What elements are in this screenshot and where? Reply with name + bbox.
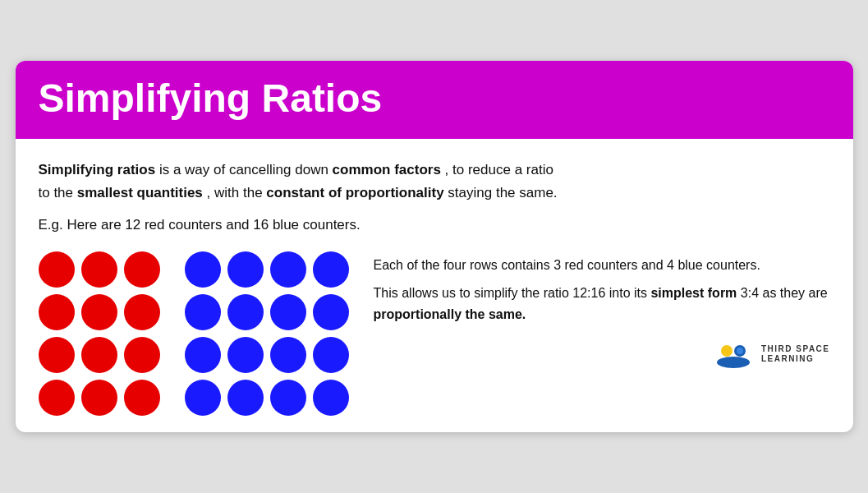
red-dot xyxy=(124,294,160,330)
blue-dot xyxy=(270,294,306,330)
blue-dot xyxy=(185,380,221,416)
red-dot xyxy=(39,380,75,416)
card-header: Simplifying Ratios xyxy=(16,61,853,139)
svg-point-3 xyxy=(723,348,730,354)
simplest-form-bold: simplest form xyxy=(650,286,737,300)
red-dot xyxy=(124,251,160,288)
logo-line2: LEARNING xyxy=(761,354,830,364)
red-dot xyxy=(81,251,117,288)
red-row-4 xyxy=(39,380,160,416)
blue-row-3 xyxy=(185,337,349,373)
svg-point-0 xyxy=(717,357,750,368)
red-dot xyxy=(81,337,117,373)
blue-dot xyxy=(185,251,221,288)
blue-dot xyxy=(313,251,349,288)
blue-counter-grid xyxy=(185,251,349,416)
blue-dot xyxy=(270,380,306,416)
explanation-p1: Each of the four rows contains 3 red cou… xyxy=(374,255,830,276)
content-row: Each of the four rows contains 3 red cou… xyxy=(39,251,830,416)
explanation-section: Each of the four rows contains 3 red cou… xyxy=(374,251,830,369)
blue-dot xyxy=(185,337,221,373)
red-row-2 xyxy=(39,294,160,330)
blue-dot xyxy=(227,251,264,288)
intro-bold-smallest: smallest quantities xyxy=(77,185,203,200)
red-row-3 xyxy=(39,337,160,373)
intro-bold-constant: constant of proportionality xyxy=(266,185,443,200)
counters-section xyxy=(39,251,349,416)
svg-point-4 xyxy=(737,348,743,354)
red-dot xyxy=(81,380,117,416)
blue-dot xyxy=(227,294,264,330)
intro-bold-common-factors: common factors xyxy=(333,162,441,177)
logo-area: THIRD SPACE LEARNING xyxy=(374,339,830,369)
third-space-logo-icon xyxy=(714,339,753,369)
red-dot xyxy=(124,380,160,416)
page-title: Simplifying Ratios xyxy=(39,76,830,121)
logo-line1: THIRD SPACE xyxy=(761,344,830,354)
blue-dot xyxy=(270,251,306,288)
red-row-1 xyxy=(39,251,160,288)
explanation-p2: This allows us to simplify the ratio 12:… xyxy=(374,283,830,326)
intro-text-3: , with the xyxy=(207,185,267,200)
red-dot xyxy=(39,337,75,373)
blue-dot xyxy=(313,337,349,373)
intro-text-4: staying the same. xyxy=(448,185,557,200)
red-dot xyxy=(124,337,160,373)
red-dot xyxy=(39,294,75,330)
example-text-content: E.g. Here are 12 red counters and 16 blu… xyxy=(39,217,361,233)
intro-text-1: is a way of cancelling down xyxy=(159,162,333,177)
blue-dot xyxy=(313,294,349,330)
blue-dot xyxy=(313,380,349,416)
card-body: Simplifying ratios is a way of cancellin… xyxy=(16,139,853,431)
blue-row-1 xyxy=(185,251,349,288)
intro-paragraph: Simplifying ratios is a way of cancellin… xyxy=(39,159,830,203)
red-counter-grid xyxy=(39,251,160,416)
blue-dot xyxy=(227,380,264,416)
red-dot xyxy=(39,251,75,288)
blue-dot xyxy=(185,294,221,330)
logo-text: THIRD SPACE LEARNING xyxy=(761,344,830,364)
card: Simplifying Ratios Simplifying ratios is… xyxy=(16,61,853,431)
blue-dot xyxy=(270,337,306,373)
intro-bold-simplifying: Simplifying ratios xyxy=(39,162,156,177)
red-dot xyxy=(81,294,117,330)
blue-dot xyxy=(227,337,264,373)
example-label: E.g. Here are 12 red counters and 16 blu… xyxy=(39,217,830,233)
proportionally-bold: proportionally the same. xyxy=(374,307,526,321)
blue-row-2 xyxy=(185,294,349,330)
blue-row-4 xyxy=(185,380,349,416)
